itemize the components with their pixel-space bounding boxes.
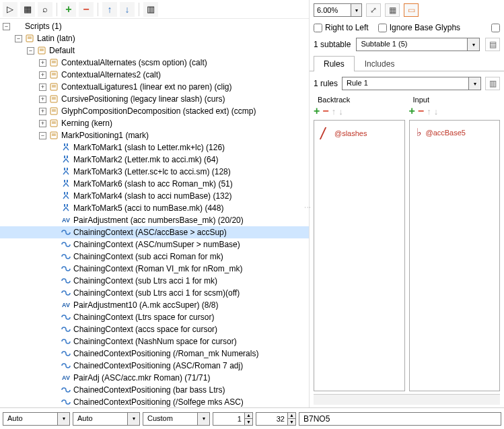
preview-button[interactable]: ▷ xyxy=(3,2,17,17)
feature-row[interactable]: +CursivePositioning (legacy linear slash… xyxy=(0,93,309,105)
expand-toggle[interactable]: − xyxy=(3,23,10,30)
feature-row[interactable]: −MarkPositioning1 (mark) xyxy=(0,129,309,141)
lookup-tree[interactable]: −Scripts (1)−Latin (latn)−Default+Contex… xyxy=(0,19,309,407)
subtable-dropdown-button[interactable]: ▾ xyxy=(468,38,480,51)
lookup-row[interactable]: ChainingContext (accs space for cursor) xyxy=(0,323,309,335)
fit-icon[interactable]: ⤢ xyxy=(366,3,381,17)
move-up-button[interactable]: ↑ xyxy=(102,2,117,17)
find-button[interactable]: ⌕ xyxy=(38,2,52,17)
expand-toggle[interactable]: − xyxy=(27,47,34,55)
lookup-row[interactable]: ChainedContextPositioning (/Solfege mks … xyxy=(0,396,309,407)
lookup-row[interactable]: MarkToMark5 (acci to numBase.mk) (448) xyxy=(0,202,309,214)
lookup-row[interactable]: AVPairAdjustment (acc numbersBase_mk) (2… xyxy=(0,214,309,226)
bottom-combo-2[interactable]: Auto xyxy=(73,412,128,426)
lookup-row[interactable]: ChainingContext (NashNum space for curso… xyxy=(0,335,309,348)
bottom-text-input[interactable] xyxy=(299,412,501,426)
lookup-row[interactable]: ChainedContextPositioning (/Roman_mk Num… xyxy=(0,348,309,360)
input-add-icon[interactable]: + xyxy=(409,105,415,117)
spin2-down[interactable]: ▼ xyxy=(288,418,296,426)
expand-toggle[interactable]: + xyxy=(39,71,46,79)
bottom-combo-2-button[interactable]: ▾ xyxy=(128,412,140,426)
lookup-row[interactable]: ChainingContext (ASC/numSuper > numBase) xyxy=(0,238,309,251)
lookup-row[interactable]: ChainingContext (ASC/accBase > accSup) xyxy=(0,226,309,238)
tree-row-label: PairAdj (ASC/acc.mkr Roman) (71/71) xyxy=(73,373,306,383)
tree-row-label: ChainedContextPositioning (bar bass Ltrs… xyxy=(73,385,306,395)
lookup-row[interactable]: ChainingContext (Ltrs space for cursor) xyxy=(0,311,309,323)
lookup-row[interactable]: ChainingContext (sub acci Roman for mk) xyxy=(0,251,309,263)
backtrack-add-icon[interactable]: + xyxy=(314,105,320,117)
spin1-down[interactable]: ▼ xyxy=(245,418,253,426)
feature-row[interactable]: +ContextualLigatures1 (linear ext no par… xyxy=(0,81,309,93)
grid-icon[interactable]: ▦ xyxy=(385,3,400,17)
add-button[interactable]: + xyxy=(61,2,76,17)
lookup-row[interactable]: MarkToMark3 (Letter.sc+lc to acci.sm) (1… xyxy=(0,166,309,178)
expand-toggle[interactable]: − xyxy=(15,35,22,42)
bottom-spin-1[interactable] xyxy=(213,412,245,426)
bottom-combo-3-button[interactable]: ▾ xyxy=(198,412,210,426)
tree-row-label: Latin (latn) xyxy=(37,34,306,43)
lookup-row[interactable]: ChainingContext (sub Ltrs acci 1 for scs… xyxy=(0,287,309,299)
scripts-root[interactable]: −Scripts (1) xyxy=(0,20,309,32)
expand-toggle[interactable]: + xyxy=(39,59,46,67)
feature-row[interactable]: +Kerning (kern) xyxy=(0,117,309,129)
rule-settings-icon[interactable]: ▥ xyxy=(485,77,500,90)
right-toolbar: ▾ ⤢ ▦ ▭ xyxy=(310,0,504,20)
backtrack-remove-icon[interactable]: − xyxy=(322,105,328,117)
spin2-up[interactable]: ▲ xyxy=(288,412,296,419)
lookup-row[interactable]: ChainingContext (Roman VI_mk for nRom_mk… xyxy=(0,263,309,275)
lookup-row[interactable]: ChainedContextPositioning (ASC/Roman 7 a… xyxy=(0,360,309,372)
horizontal-scrollbar[interactable] xyxy=(314,394,500,405)
tab-rules[interactable]: Rules xyxy=(314,56,355,71)
move-down-button[interactable]: ↓ xyxy=(120,2,135,17)
tab-includes[interactable]: Includes xyxy=(355,56,405,71)
lookup-row[interactable]: AVPairAdj (ASC/acc.mkr Roman) (71/71) xyxy=(0,372,309,384)
zoom-input[interactable] xyxy=(314,3,351,17)
lookup-row[interactable]: MarkToMark1 (slash to Letter.mk+lc) (126… xyxy=(0,141,309,154)
tab-bar: Rules Includes xyxy=(310,55,504,71)
extra-checkbox[interactable] xyxy=(491,24,500,32)
flat-glyph-icon: ♭ xyxy=(417,127,422,138)
expand-toggle[interactable]: + xyxy=(39,84,46,91)
subtable-action-icon[interactable]: ▤ xyxy=(485,38,500,51)
subtable-select[interactable]: Subtable 1 (5) xyxy=(356,38,468,51)
tree-row-label: CursivePositioning (legacy linear slash)… xyxy=(61,94,306,104)
lookup-row[interactable]: MarkToMark6 (slash to acc Roman_mk) (51) xyxy=(0,178,309,190)
feature-row[interactable]: +ContextualAlternates2 (calt) xyxy=(0,69,309,81)
script-latin[interactable]: −Latin (latn) xyxy=(0,32,309,44)
lookup-row[interactable]: ChainingContext (sub Ltrs acci 1 for mk) xyxy=(0,275,309,287)
lookup-row[interactable]: MarkToMark4 (slash to acci numBase) (132… xyxy=(0,190,309,202)
ignore-baseglyphs-checkbox[interactable]: Ignore Base Glyphs xyxy=(378,23,460,32)
spin1-up[interactable]: ▲ xyxy=(245,412,253,419)
input-remove-icon[interactable]: − xyxy=(418,105,424,117)
bottom-combo-1[interactable]: Auto xyxy=(3,412,58,426)
splitter-handle[interactable]: ⋮ xyxy=(304,204,312,210)
remove-button[interactable]: − xyxy=(79,2,94,17)
bounds-icon[interactable]: ▭ xyxy=(404,3,419,17)
expand-toggle[interactable]: + xyxy=(39,96,46,103)
input-glyph-box[interactable]: ♭ @accBase5 xyxy=(409,120,501,391)
feature-row[interactable]: +ContextualAlternates (scsm option) (cal… xyxy=(0,57,309,69)
lookup-row[interactable]: ChainedContextPositioning (bar bass Ltrs… xyxy=(0,384,309,396)
svg-rect-34 xyxy=(67,180,68,183)
expand-toggle[interactable]: + xyxy=(39,108,46,115)
options-button[interactable]: ▥ xyxy=(143,2,158,17)
bottom-combo-3[interactable]: Custom xyxy=(143,412,198,426)
bottom-spin-2[interactable] xyxy=(256,412,288,426)
feature-row[interactable]: +GlyphCompositionDecomposition (stacked … xyxy=(0,105,309,117)
doc-icon xyxy=(48,82,59,92)
expand-toggle[interactable]: + xyxy=(39,120,46,127)
rule-dropdown-button[interactable]: ▾ xyxy=(469,77,481,90)
lang-default[interactable]: −Default xyxy=(0,44,309,57)
lookup-row[interactable]: MarkToMark2 (Letter.mk to acci.mk) (64) xyxy=(0,154,309,166)
backtrack-glyph-box[interactable]: @slashes xyxy=(314,120,405,391)
rtl-checkbox[interactable]: Right to Left xyxy=(314,23,369,32)
mk-icon xyxy=(61,203,71,213)
bottom-combo-1-button[interactable]: ▾ xyxy=(58,412,70,426)
rule-select[interactable]: Rule 1 xyxy=(342,77,469,90)
grid-button[interactable]: ▦ xyxy=(20,2,35,17)
lookup-row[interactable]: AVPairAdjustment10 (A.mk accSuper) (8/8) xyxy=(0,299,309,311)
expand-toggle xyxy=(51,180,59,188)
zoom-dropdown-button[interactable]: ▾ xyxy=(351,3,362,17)
expand-toggle[interactable]: − xyxy=(39,132,46,139)
tree-row-label: MarkToMark6 (slash to acc Roman_mk) (51) xyxy=(73,179,306,189)
